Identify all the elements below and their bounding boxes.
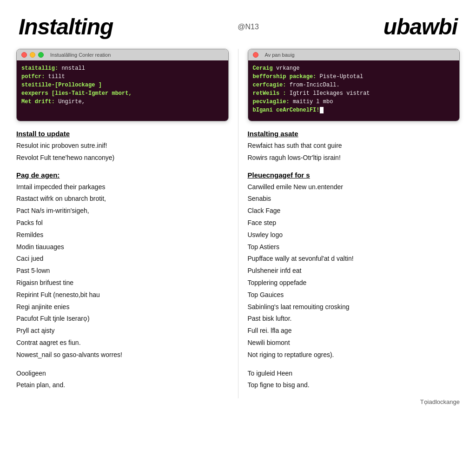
right-terminal: Av pan bauig Ceraig vrkange befforship p…: [248, 49, 460, 121]
list-item: Senabis: [248, 193, 460, 205]
list-item: Topplering oppefade: [248, 278, 460, 289]
list-item: Pulsheneir infd eat: [248, 265, 460, 277]
term-line-1: Ceraig vrkange: [253, 64, 455, 73]
left-terminal-titlebar: Instualălling Conler reation: [17, 49, 228, 60]
list-item: Past 5·lown: [16, 265, 229, 277]
list-item: Past bisk luftor.: [248, 313, 460, 324]
terminal-cursor: [320, 107, 324, 113]
page-header: Instalting @N13 ubawbi: [9, 9, 467, 49]
list-item: Oooligeen: [16, 368, 229, 379]
list-item: Clack Fage: [248, 205, 460, 217]
list-item: Contrat aagret es fiun.: [16, 337, 229, 349]
list-item: Packs fol: [16, 218, 229, 229]
content-area: Instualălling Conler reation staitallig:…: [9, 49, 467, 398]
list-item: Face step: [248, 218, 460, 229]
list-item: Newili biomont: [248, 337, 460, 349]
list-item: Top Gauices: [248, 290, 460, 301]
right-section-1-body: Rewfaict has suth that cont guire Rowirs…: [248, 140, 460, 164]
term-line-2: befforship package: Piste-Uptotal: [253, 73, 455, 81]
right-section-2-body: Carwilled emile New un.entender Senabis …: [248, 182, 460, 361]
list-item: To iguleid Heen: [248, 368, 460, 379]
left-terminal-title: Instualălling Conler reation: [50, 52, 111, 58]
right-terminal-title: Av pan bauig: [265, 52, 295, 58]
list-item: Repirint Fult (nenesto,bit hau: [16, 290, 229, 301]
list-item: Rastact wifrk on ubnarch brotit,: [16, 193, 229, 205]
left-footer-body: Oooligeen Petain plan, and.: [16, 368, 229, 391]
list-item: Top figne to bisg and.: [248, 380, 460, 391]
right-terminal-body: Ceraig vrkange befforship package: Piste…: [248, 60, 460, 121]
left-footer: Oooligeen Petain plan, and.: [16, 368, 229, 391]
list-item: Nowest_nail so gaso-alvants worres!: [16, 350, 229, 361]
right-section-2-title: Pleuecngagef for s: [248, 171, 460, 179]
list-item: Petain plan, and.: [16, 380, 229, 391]
left-section-1-title: Install to update: [16, 130, 229, 138]
list-item: Caci jued: [16, 253, 229, 264]
watermark-text: Tọiadlockange: [420, 398, 460, 405]
left-column: Instualălling Conler reation staitallig:…: [9, 49, 236, 398]
right-footer-body: To iguleid Heen Top figne to bisg and.: [248, 368, 460, 391]
list-item: Revolot Fult tene'hewo nanconye): [16, 152, 229, 164]
traffic-light-red-right[interactable]: [253, 52, 258, 58]
left-terminal: Instualălling Conler reation staitallig:…: [16, 49, 229, 121]
left-section-2: Pag de agen: Irntail impecded their park…: [16, 171, 229, 361]
right-footer: To iguleid Heen Top figne to bisg and.: [248, 368, 460, 391]
list-item: Rewfaict has suth that cont guire: [248, 140, 460, 152]
header-title-left: Instalting: [19, 14, 113, 40]
list-item: Remildes: [16, 230, 229, 241]
term-line-3: steitille-[Prollockage ]: [21, 81, 224, 89]
list-item: Rigaisn brifuest tine: [16, 278, 229, 289]
list-item: Carwilled emile New un.entender: [248, 182, 460, 193]
term-line-5: Met drift: Ungirte,: [21, 98, 224, 106]
term-line-3: cerfcagie: from-IncicDall.: [253, 81, 455, 89]
traffic-light-green-left[interactable]: [38, 52, 44, 58]
left-section-2-title: Pag de agen:: [16, 171, 229, 179]
column-divider: [238, 49, 238, 398]
list-item: Irntail impecded their parkages: [16, 182, 229, 193]
list-item: Uswley logo: [248, 230, 460, 241]
term-line-4: retWeils : Igtrit lIeckages vistrat: [253, 89, 455, 98]
term-line-6: bIgani ceArCebnelFI!: [253, 106, 455, 114]
list-item: Rowirs raguh lows-Otr'ltip israin!: [248, 152, 460, 164]
left-terminal-body: staitallig: nnstall potfcr: tillt steiti…: [17, 60, 228, 121]
right-section-1: Instalting asate Rewfaict has suth that …: [248, 130, 460, 164]
list-item: Pupfface wally at sevonful'at d valtin!: [248, 253, 460, 264]
right-section-1-title: Instalting asate: [248, 130, 460, 138]
term-line-4: eexperrs [lies-Tait-Igmter mbort,: [21, 89, 224, 98]
list-item: Not riging to reptatlure ogres).: [248, 350, 460, 361]
list-item: Sabinling's laat remouiting crosking: [248, 302, 460, 313]
term-line-5: pecvlaglie: maitiy l mbo: [253, 98, 455, 106]
list-item: Regi anjinite enies: [16, 302, 229, 313]
list-item: Resulot inic proboven sutre.inif!: [16, 140, 229, 152]
right-terminal-titlebar: Av pan bauig: [248, 49, 460, 60]
header-title-right: ubawbi: [383, 14, 457, 40]
right-section-2: Pleuecngagef for s Carwilled emile New u…: [248, 171, 460, 361]
list-item: Full rei. lfla age: [248, 325, 460, 337]
term-line-2: potfcr: tillt: [21, 73, 224, 81]
term-line-1: staitallig: nnstall: [21, 64, 224, 73]
list-item: Pryll act ąisty: [16, 325, 229, 337]
watermark: Tọiadlockange: [9, 398, 467, 408]
list-item: Pact Na/s im-writin'sigeh,: [16, 205, 229, 217]
right-column: Av pan bauig Ceraig vrkange befforship p…: [241, 49, 467, 398]
list-item: Modin tiauuages: [16, 242, 229, 253]
traffic-light-red-left[interactable]: [21, 52, 27, 58]
left-section-1-body: Resulot inic proboven sutre.inif! Revolo…: [16, 140, 229, 164]
left-section-2-body: Irntail impecded their parkages Rastact …: [16, 182, 229, 361]
header-center: @N13: [238, 23, 259, 31]
traffic-light-yellow-left[interactable]: [30, 52, 35, 58]
list-item: Top Astiers: [248, 242, 460, 253]
list-item: Pacufot Fult tjnle Iserarọ): [16, 313, 229, 324]
left-section-1: Install to update Resulot inic proboven …: [16, 130, 229, 164]
